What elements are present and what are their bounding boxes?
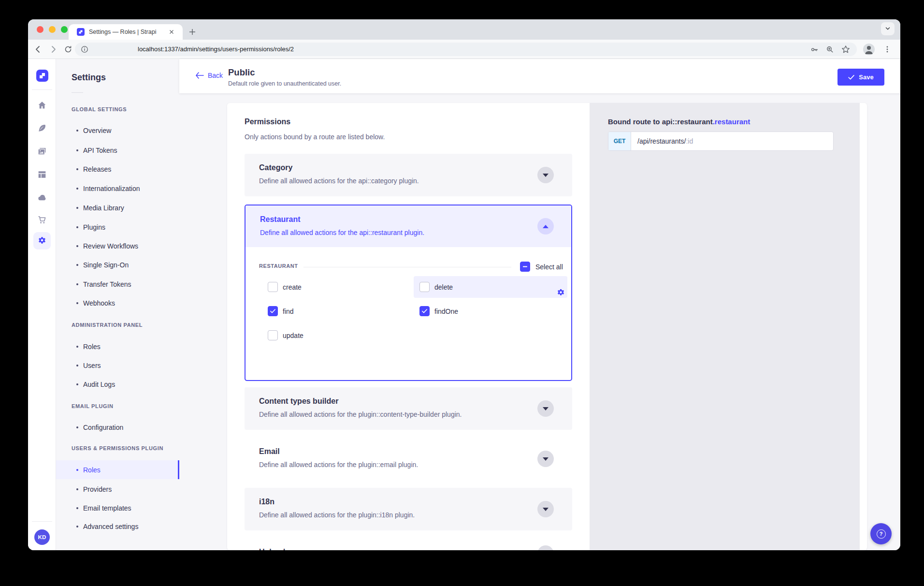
sidebar-item-audit-logs[interactable]: Audit Logs — [56, 378, 179, 391]
sidebar-item-review-workflows[interactable]: Review Workflows — [56, 239, 179, 253]
findone-settings-gear-icon[interactable] — [557, 289, 565, 297]
maximize-window-button[interactable] — [61, 26, 68, 33]
permissions-subtitle: Only actions bound by a route are listed… — [245, 133, 385, 141]
accordion-email[interactable]: Email Define all allowed actions for the… — [245, 438, 572, 480]
sidebar-item-roles-active[interactable]: Roles — [56, 460, 179, 479]
url-text: localhost:1337/admin/settings/users-perm… — [138, 45, 294, 53]
close-window-button[interactable] — [37, 26, 43, 33]
expand-button[interactable] — [537, 501, 554, 517]
tab-title: Settings — Roles | Strapi — [89, 29, 156, 35]
settings-gear-icon[interactable] — [38, 236, 46, 245]
zoom-icon[interactable] — [826, 45, 834, 54]
check-icon — [848, 75, 854, 80]
checkbox-update-label: update — [283, 332, 303, 339]
media-library-icon[interactable] — [38, 147, 46, 156]
accordion-title: Upload — [259, 548, 285, 550]
accordion-restaurant-expanded: Restaurant Define all allowed actions fo… — [245, 205, 572, 381]
home-icon[interactable] — [38, 101, 46, 110]
group-divider — [303, 267, 511, 267]
content-type-builder-icon[interactable] — [38, 170, 46, 179]
section-header-email-plugin: EMAIL PLUGIN — [72, 403, 114, 409]
bullet — [76, 168, 78, 170]
strapi-logo[interactable] — [36, 70, 48, 82]
content-manager-feather-icon[interactable] — [38, 124, 46, 132]
sidebar-item-providers[interactable]: Providers — [56, 483, 179, 496]
expand-button[interactable] — [537, 451, 554, 467]
sidebar-item-configuration[interactable]: Configuration — [56, 421, 179, 434]
select-all-checkbox[interactable] — [520, 262, 530, 272]
sidebar-item-email-templates[interactable]: Email templates — [56, 501, 179, 515]
cloud-icon[interactable] — [38, 193, 46, 202]
save-button[interactable]: Save — [837, 69, 884, 86]
expand-button[interactable] — [537, 167, 554, 183]
sidebar-item-internationalization[interactable]: Internationalization — [56, 182, 179, 195]
tab-search-button[interactable] — [881, 22, 895, 35]
route-path-param: :id — [686, 137, 693, 145]
checkbox-delete[interactable] — [419, 282, 430, 292]
section-header-users-permissions-plugin: USERS & PERMISSIONS PLUGIN — [72, 445, 163, 451]
bullet — [76, 302, 78, 304]
password-key-icon[interactable] — [810, 45, 819, 54]
browser-profile-avatar[interactable] — [863, 44, 875, 55]
chevron-down-icon — [543, 457, 549, 461]
forward-nav-icon[interactable] — [49, 45, 58, 54]
sidebar-item-users[interactable]: Users — [56, 359, 179, 372]
bullet — [76, 526, 78, 527]
sidebar-item-advanced-settings[interactable]: Advanced settings — [56, 520, 179, 533]
back-nav-icon[interactable] — [34, 45, 43, 54]
sidebar-item-webhooks[interactable]: Webhooks — [56, 296, 179, 310]
marketplace-cart-icon[interactable] — [38, 216, 46, 224]
sidebar-item-plugins[interactable]: Plugins — [56, 220, 179, 234]
expand-button[interactable] — [537, 545, 554, 550]
accordion-title: Category — [259, 163, 292, 172]
accordion-description: Define all allowed actions for the api::… — [259, 177, 419, 185]
tab-close-icon[interactable] — [168, 29, 175, 35]
sidebar-item-api-tokens[interactable]: API Tokens — [56, 144, 179, 157]
checkbox-create[interactable] — [268, 282, 278, 292]
address-bar[interactable]: localhost:1337/admin/settings/users-perm… — [75, 43, 857, 56]
checkbox-update[interactable] — [268, 330, 278, 340]
accordion-i18n[interactable]: i18n Define all allowed actions for the … — [245, 488, 572, 530]
minimize-window-button[interactable] — [49, 26, 56, 33]
sidebar-item-label: Email templates — [83, 504, 131, 512]
page-subtitle: Default role given to unauthenticated us… — [228, 80, 341, 87]
reload-icon[interactable] — [64, 45, 72, 54]
restaurant-accordion-header[interactable]: Restaurant Define all allowed actions fo… — [245, 205, 571, 247]
back-label: Back — [208, 72, 223, 79]
sidebar-item-label: Transfer Tokens — [83, 280, 131, 288]
sidebar-item-single-sign-on[interactable]: Single Sign-On — [56, 258, 179, 272]
accordion-upload[interactable]: Upload — [245, 538, 572, 550]
browser-window: Settings — Roles | Strapi localhost:1337… — [28, 19, 900, 550]
sidebar-item-releases[interactable]: Releases — [56, 162, 179, 176]
sidebar-item-admin-roles[interactable]: Roles — [56, 340, 179, 353]
checkbox-find[interactable] — [268, 306, 278, 316]
accordion-description: Define all allowed actions for the plugi… — [259, 511, 415, 519]
bullet — [76, 149, 78, 151]
route-title-prefix: Bound route to — [608, 117, 662, 126]
browser-tab[interactable]: Settings — Roles | Strapi — [69, 24, 183, 40]
sidebar-item-label: API Tokens — [83, 146, 117, 154]
back-link[interactable]: Back — [195, 72, 223, 79]
bullet — [76, 346, 78, 348]
sidebar-title: Settings — [72, 73, 106, 83]
collapse-button[interactable] — [537, 218, 554, 234]
new-tab-button[interactable] — [188, 28, 196, 36]
sidebar-item-media-library[interactable]: Media Library — [56, 201, 179, 215]
checkbox-findone[interactable] — [419, 306, 430, 316]
help-button[interactable]: ? — [870, 523, 892, 544]
sidebar-item-label: Webhooks — [83, 299, 115, 307]
select-all-label: Select all — [535, 263, 563, 271]
bookmark-star-icon[interactable] — [841, 45, 850, 54]
sidebar-item-transfer-tokens[interactable]: Transfer Tokens — [56, 278, 179, 291]
accordion-category[interactable]: Category Define all allowed actions for … — [245, 154, 572, 196]
route-row: GET /api/restaurants/:id — [608, 132, 834, 151]
accordion-content-types-builder[interactable]: Content types builder Define all allowed… — [245, 387, 572, 430]
expand-button[interactable] — [537, 400, 554, 417]
browser-menu-icon[interactable] — [883, 45, 892, 54]
user-avatar[interactable]: KD — [34, 529, 50, 545]
bullet — [76, 469, 78, 471]
chevron-down-icon — [543, 508, 549, 511]
sidebar-item-overview[interactable]: Overview — [56, 124, 179, 137]
sidebar-item-label: Releases — [83, 165, 111, 173]
site-info-icon[interactable] — [81, 45, 88, 53]
